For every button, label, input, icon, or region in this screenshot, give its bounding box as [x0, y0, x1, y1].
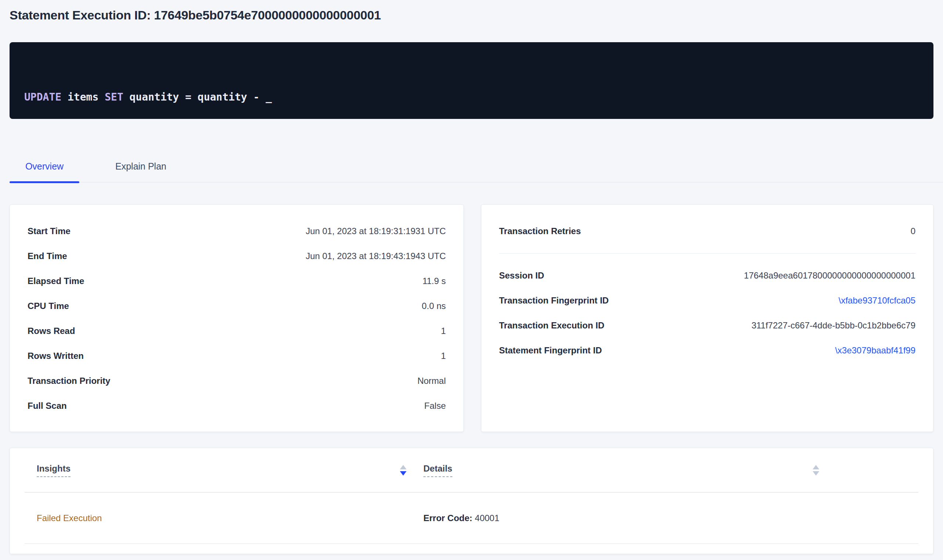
table-row: Transaction Fingerprint ID \xfabe93710fc…	[499, 288, 915, 313]
sort-icon[interactable]	[813, 465, 819, 475]
table-row: Statement Fingerprint ID \x3e3079baabf41…	[499, 338, 915, 363]
row-value: 0	[911, 226, 915, 236]
column-header-insights: Insights	[25, 463, 407, 477]
row-label: Full Scan	[28, 401, 67, 411]
tab-overview[interactable]: Overview	[9, 160, 79, 182]
row-label: Transaction Fingerprint ID	[499, 295, 609, 306]
table-row: Failed Execution Error Code: 40001	[25, 492, 918, 544]
row-label: Rows Written	[28, 351, 84, 361]
row-value: 1	[441, 351, 446, 361]
insight-cell: Failed Execution	[25, 513, 407, 523]
row-value: 1	[441, 326, 446, 336]
row-value: 11.9 s	[422, 276, 446, 286]
sort-up-arrow-icon	[400, 465, 407, 469]
statement-fingerprint-link[interactable]: \x3e3079baabf41f99	[835, 345, 915, 355]
table-row: End Time Jun 01, 2023 at 18:19:43:1943 U…	[28, 244, 446, 269]
row-value: False	[424, 401, 446, 411]
row-label: Statement Fingerprint ID	[499, 345, 602, 355]
column-header-details: Details	[424, 463, 819, 477]
table-row: Rows Written 1	[28, 343, 446, 368]
table-row: Transaction Retries 0	[499, 219, 915, 244]
table-row: Elapsed Time 11.9 s	[28, 269, 446, 294]
card-divider	[499, 253, 915, 254]
page-title: Statement Execution ID: 17649be5b0754e70…	[9, 0, 934, 23]
row-label: Session ID	[499, 271, 544, 281]
summary-cards-row: Start Time Jun 01, 2023 at 18:19:31:1931…	[9, 205, 934, 432]
sort-up-arrow-icon	[813, 465, 819, 469]
row-value: Jun 01, 2023 at 18:19:43:1943 UTC	[305, 251, 446, 261]
overview-card: Start Time Jun 01, 2023 at 18:19:31:1931…	[9, 205, 464, 432]
table-row: Transaction Execution ID 311f7227-c667-4…	[499, 313, 915, 338]
sql-keyword: SET	[105, 91, 123, 103]
sql-statement-code: UPDATE items SET quantity = quantity - _…	[24, 57, 919, 119]
table-row: Rows Read 1	[28, 318, 446, 343]
row-label: CPU Time	[28, 301, 69, 311]
row-label: Rows Read	[28, 326, 75, 336]
row-label: Transaction Priority	[28, 376, 110, 386]
error-code-text: Error Code: 40001	[424, 513, 499, 523]
statement-execution-page: Statement Execution ID: 17649be5b0754e70…	[0, 0, 943, 554]
sort-down-arrow-icon	[400, 471, 407, 475]
row-value: 0.0 ns	[422, 301, 446, 311]
error-code-value: 40001	[472, 513, 499, 523]
insights-table-card: Insights Details Failed Execution Error …	[9, 448, 934, 554]
transaction-execution-id-value: 311f7227-c667-4dde-b5bb-0c1b2bbe6c79	[751, 320, 915, 331]
row-label: Transaction Execution ID	[499, 320, 604, 331]
sql-keyword: UPDATE	[24, 91, 61, 103]
table-row: CPU Time 0.0 ns	[28, 294, 446, 318]
insights-column-label[interactable]: Insights	[37, 463, 71, 477]
details-cell: Error Code: 40001	[424, 513, 819, 523]
session-id-value: 17648a9eea6017800000000000000000001	[744, 271, 915, 281]
insights-table-header: Insights Details	[25, 448, 918, 492]
sort-icon[interactable]	[400, 465, 407, 475]
row-value: Normal	[418, 376, 446, 386]
sql-line-1: UPDATE items SET quantity = quantity - _	[24, 89, 919, 105]
row-value: Jun 01, 2023 at 18:19:31:1931 UTC	[305, 226, 446, 236]
row-label: Start Time	[28, 226, 71, 236]
sort-down-arrow-icon	[813, 471, 819, 475]
row-label: Transaction Retries	[499, 226, 581, 236]
details-column-label[interactable]: Details	[424, 463, 452, 477]
sql-text: quantity = quantity - _	[123, 91, 272, 103]
table-row: Transaction Priority Normal	[28, 368, 446, 393]
sql-text: items	[61, 91, 105, 103]
row-label: End Time	[28, 251, 67, 261]
sql-statement-box: UPDATE items SET quantity = quantity - _…	[9, 42, 934, 119]
tab-explain-plan[interactable]: Explain Plan	[115, 160, 166, 182]
table-row: Start Time Jun 01, 2023 at 18:19:31:1931…	[28, 219, 446, 244]
table-row: Full Scan False	[28, 393, 446, 418]
row-label: Elapsed Time	[28, 276, 84, 286]
transaction-details-card: Transaction Retries 0 Session ID 17648a9…	[481, 205, 934, 432]
error-code-label: Error Code:	[424, 513, 472, 523]
tab-bar: Overview Explain Plan	[9, 160, 943, 182]
insight-type-label: Failed Execution	[37, 513, 102, 523]
transaction-fingerprint-link[interactable]: \xfabe93710fcfca05	[839, 295, 916, 306]
table-row: Session ID 17648a9eea6017800000000000000…	[499, 263, 915, 288]
